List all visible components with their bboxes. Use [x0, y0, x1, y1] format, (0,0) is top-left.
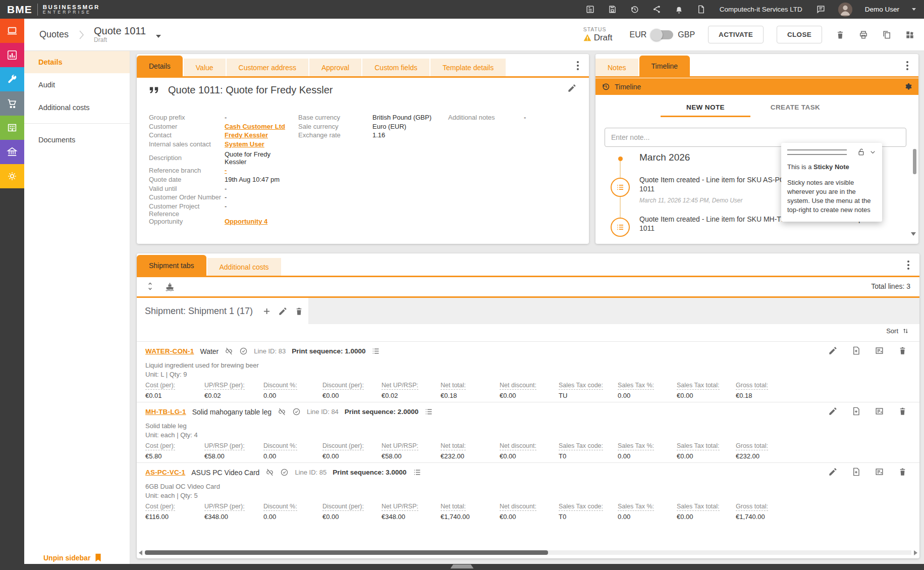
check-circle-icon[interactable]	[239, 347, 248, 355]
sidebar-item-details[interactable]: Details	[24, 50, 130, 73]
delete-line-icon[interactable]	[898, 406, 907, 416]
sidebar-item-additional-costs[interactable]: Additional costs	[24, 96, 130, 119]
delete-line-icon[interactable]	[898, 346, 907, 355]
history-icon[interactable]	[630, 5, 639, 14]
sku-link[interactable]: WATER-CON-1	[145, 347, 194, 355]
sidebar-item-documents[interactable]: Documents	[24, 128, 130, 151]
reports-icon[interactable]	[585, 5, 595, 14]
link-off-icon[interactable]	[265, 468, 274, 477]
subtab-create-task[interactable]: CREATE TASK	[750, 103, 840, 117]
details-middle-column: Base currencyBritish Pound (GBP) Sale cu…	[298, 114, 431, 140]
tab-shipment-tabs[interactable]: Shipment tabs	[137, 255, 206, 276]
timeline-settings-icon[interactable]	[904, 82, 912, 91]
rail-item-sales[interactable]	[0, 91, 24, 116]
edit-quote-icon[interactable]	[567, 83, 577, 93]
link-off-icon[interactable]	[278, 407, 286, 416]
scroll-left-icon[interactable]	[139, 550, 142, 555]
rail-item-settings[interactable]	[0, 164, 24, 188]
rail-item-reports[interactable]	[0, 43, 24, 67]
breadcrumb[interactable]: Quotes	[39, 29, 69, 40]
laptop-icon	[7, 25, 18, 36]
chat-icon[interactable]	[816, 5, 826, 14]
unpin-sidebar-button[interactable]: Unpin sidebar	[43, 553, 102, 562]
opportunity-link[interactable]: Opportunity 4	[225, 218, 291, 225]
edit-line-icon[interactable]	[828, 346, 838, 355]
line-form-icon[interactable]	[875, 346, 884, 355]
chevron-down-icon[interactable]	[869, 149, 876, 156]
print-icon[interactable]	[858, 30, 868, 40]
timeline-scroll-down-icon[interactable]	[911, 232, 916, 236]
logo-divider	[37, 4, 38, 16]
check-circle-icon[interactable]	[292, 407, 301, 416]
line-form-icon[interactable]	[875, 467, 884, 477]
tab-value[interactable]: Value	[184, 59, 226, 76]
rail-item-tools[interactable]	[0, 67, 24, 91]
tab-approval[interactable]: Approval	[309, 59, 361, 76]
rail-item-finance[interactable]	[0, 140, 24, 164]
line-form-icon[interactable]	[875, 406, 884, 416]
timeline-scrollbar[interactable]	[913, 149, 916, 174]
check-circle-icon[interactable]	[280, 468, 289, 477]
share-icon[interactable]	[652, 5, 662, 14]
tab-template-details[interactable]: Template details	[430, 59, 506, 76]
edit-line-icon[interactable]	[828, 467, 838, 477]
sticky-note[interactable]: This is a Sticky Note Sticky notes are v…	[781, 143, 882, 222]
title-caret-icon[interactable]	[156, 35, 161, 38]
tab-timeline[interactable]: Timeline	[639, 56, 690, 76]
reference-branch-link[interactable]: -	[225, 167, 291, 174]
tab-customer-address[interactable]: Customer address	[227, 59, 308, 76]
collapse-shipments-icon[interactable]	[146, 281, 154, 291]
sticky-title: This is a Sticky Note	[787, 163, 876, 172]
rail-item-company[interactable]	[0, 116, 24, 140]
add-document-icon[interactable]	[851, 467, 861, 477]
ship-icon[interactable]	[165, 281, 175, 291]
shipment-menu-icon[interactable]	[905, 258, 911, 272]
tab-custom-fields[interactable]: Custom fields	[362, 59, 429, 76]
user-menu-caret-icon[interactable]	[912, 8, 916, 11]
delete-icon[interactable]	[835, 30, 845, 40]
horizontal-scrollbar[interactable]	[137, 549, 919, 556]
details-menu-icon[interactable]	[575, 59, 581, 72]
sort-icon	[902, 327, 909, 335]
customer-link[interactable]: Cash Customer Ltd	[225, 123, 291, 130]
line-list-icon[interactable]	[413, 468, 421, 477]
copy-icon[interactable]	[882, 30, 892, 40]
subtab-new-note[interactable]: NEW NOTE	[661, 103, 750, 117]
tab-additional-costs[interactable]: Additional costs	[207, 258, 281, 276]
edit-line-icon[interactable]	[828, 406, 838, 416]
delete-line-icon[interactable]	[898, 467, 907, 477]
save-icon[interactable]	[608, 5, 617, 14]
currency-toggle[interactable]	[651, 30, 673, 39]
rail-item-desktop[interactable]	[0, 19, 24, 43]
document-icon[interactable]	[696, 5, 706, 14]
shipment-title-tab[interactable]: Shipment: Shipment 1 (17)	[137, 298, 308, 324]
sort-control[interactable]: Sort	[886, 327, 909, 335]
notifications-icon[interactable]	[674, 5, 684, 14]
add-shipment-icon[interactable]	[262, 306, 271, 316]
sku-link[interactable]: AS-PC-VC-1	[145, 469, 185, 476]
scrollbar-thumb[interactable]	[145, 550, 548, 555]
line-list-icon[interactable]	[371, 347, 380, 355]
tab-notes[interactable]: Notes	[595, 59, 638, 76]
user-avatar[interactable]	[838, 3, 852, 17]
line-list-icon[interactable]	[424, 407, 433, 416]
link-off-icon[interactable]	[225, 347, 233, 355]
shipment-card: Shipment tabs Additional costs Total lin…	[137, 253, 919, 558]
add-document-icon[interactable]	[851, 406, 861, 416]
add-document-icon[interactable]	[851, 346, 861, 355]
edit-shipment-icon[interactable]	[278, 306, 288, 316]
lock-icon[interactable]	[857, 148, 865, 156]
sticky-drag-handle[interactable]	[787, 149, 847, 155]
tab-details[interactable]: Details	[137, 56, 183, 76]
close-button[interactable]: CLOSE	[777, 26, 822, 43]
related-records-icon[interactable]	[905, 30, 915, 40]
delete-shipment-icon[interactable]	[294, 306, 304, 316]
sidebar-item-audit[interactable]: Audit	[24, 73, 130, 96]
activate-button[interactable]: ACTIVATE	[708, 26, 764, 43]
sku-link[interactable]: MH-TB-LG-1	[145, 408, 186, 416]
scroll-right-icon[interactable]	[914, 550, 917, 555]
notes-menu-icon[interactable]	[904, 59, 910, 72]
dock-handle[interactable]	[451, 564, 474, 568]
internal-sales-contact-link[interactable]: System User	[225, 140, 291, 148]
contact-link[interactable]: Fredy Kessler	[225, 131, 291, 139]
